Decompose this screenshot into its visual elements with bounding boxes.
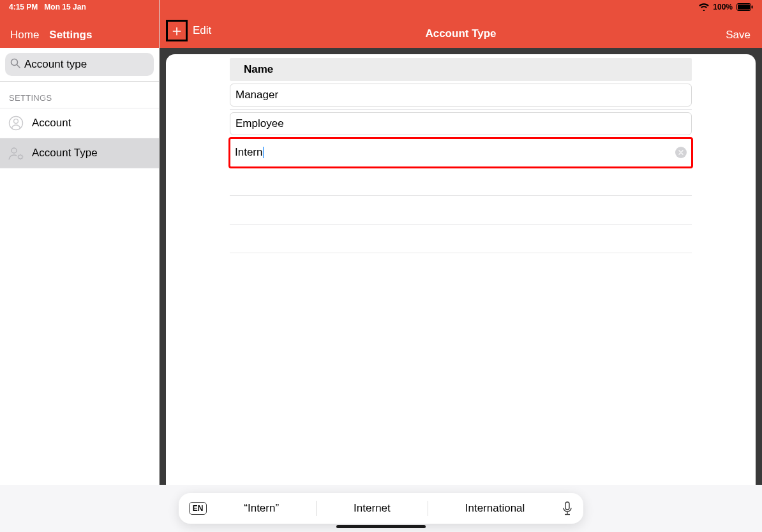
table-row: Employee bbox=[230, 110, 692, 138]
suggestion-button[interactable]: International bbox=[440, 498, 551, 519]
name-field[interactable]: Employee bbox=[230, 112, 692, 135]
suggestion-button[interactable]: “Intern” bbox=[218, 498, 304, 519]
text-caret bbox=[263, 147, 264, 158]
page-title: Account Type bbox=[425, 27, 496, 40]
sidebar: Home Settings SETTINGS bbox=[0, 0, 160, 532]
name-field-value: Employee bbox=[235, 117, 284, 130]
name-field-value: Manager bbox=[235, 89, 278, 101]
home-indicator[interactable] bbox=[336, 525, 426, 528]
save-button[interactable]: Save bbox=[726, 29, 751, 41]
svg-line-4 bbox=[17, 65, 20, 68]
svg-point-8 bbox=[19, 155, 22, 159]
table-row-empty bbox=[230, 167, 692, 196]
add-button[interactable]: ＋ bbox=[166, 20, 188, 41]
name-field[interactable]: Intern bbox=[230, 141, 692, 164]
person-gear-icon bbox=[8, 145, 24, 161]
name-field[interactable]: Manager bbox=[230, 84, 692, 107]
sidebar-item-label: Account bbox=[32, 117, 71, 129]
plus-icon: ＋ bbox=[169, 23, 184, 38]
table-row: Manager bbox=[230, 81, 692, 110]
keyboard-lang-button[interactable]: EN bbox=[189, 502, 207, 515]
nav-home[interactable]: Home bbox=[10, 29, 39, 41]
clear-field-icon[interactable] bbox=[675, 147, 687, 158]
section-label: SETTINGS bbox=[0, 82, 159, 108]
svg-rect-9 bbox=[565, 502, 569, 510]
column-header-name: Name bbox=[230, 58, 692, 81]
person-icon bbox=[8, 115, 24, 131]
edit-button[interactable]: Edit bbox=[193, 24, 211, 37]
sidebar-item-label: Account Type bbox=[32, 147, 98, 159]
name-field-value: Intern bbox=[235, 146, 262, 159]
table-row-empty bbox=[230, 196, 692, 225]
mic-icon[interactable] bbox=[562, 501, 573, 515]
svg-point-6 bbox=[14, 119, 19, 124]
search-box[interactable] bbox=[5, 53, 154, 76]
table-row-active: Intern bbox=[230, 138, 692, 167]
search-input[interactable] bbox=[24, 58, 160, 71]
table-row-empty bbox=[230, 225, 692, 253]
nav-settings[interactable]: Settings bbox=[49, 29, 92, 41]
svg-point-7 bbox=[11, 148, 17, 153]
search-icon bbox=[10, 58, 20, 71]
sidebar-item-account-type[interactable]: Account Type bbox=[0, 138, 159, 168]
suggestion-button[interactable]: Internet bbox=[328, 498, 416, 519]
main-panel: ＋ Edit Account Type Save Name Manager bbox=[160, 0, 762, 532]
sidebar-item-account[interactable]: Account bbox=[0, 108, 159, 138]
